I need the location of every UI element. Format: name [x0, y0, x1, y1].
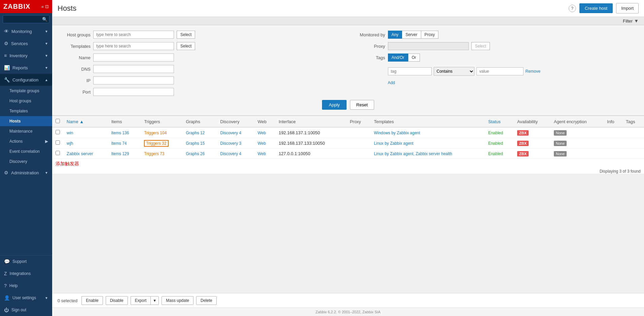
import-button[interactable]: Import: [616, 3, 639, 13]
create-host-button[interactable]: Create host: [579, 3, 613, 13]
sidebar-item-administration[interactable]: ⚙ Administration ▼: [0, 167, 52, 179]
sidebar-item-inventory[interactable]: ≡ Inventory ▼: [0, 49, 52, 62]
disable-button[interactable]: Disable: [106, 296, 128, 305]
template-link-win[interactable]: Windows by Zabbix agent: [374, 131, 420, 135]
dns-input[interactable]: [93, 65, 174, 73]
reports-arrow: ▼: [45, 66, 48, 70]
row-templates-zabbix-server: Linux by Zabbix agent, Zabbix server hea…: [370, 148, 485, 159]
selected-count: 0 selected: [58, 298, 77, 303]
template-link-zabbix-server[interactable]: Linux by Zabbix agent, Zabbix server hea…: [374, 151, 452, 156]
export-button[interactable]: Export: [131, 296, 151, 305]
filter-icon[interactable]: ▼: [634, 18, 639, 24]
enable-button[interactable]: Enable: [81, 296, 103, 305]
monitored-proxy-button[interactable]: Proxy: [421, 31, 439, 39]
row-web-win: Web: [254, 127, 275, 138]
delete-button[interactable]: Delete: [196, 296, 217, 305]
services-icon: ⚙: [4, 41, 8, 46]
graphs-link-win[interactable]: Graphs 12: [186, 131, 205, 135]
sidebar-item-integrations[interactable]: Z Integrations: [0, 268, 52, 280]
graphs-link-zabbix-server[interactable]: Graphs 26: [186, 151, 205, 156]
sidebar-item-configuration[interactable]: 🔧 Configuration ▲: [0, 74, 52, 86]
templates-select-button[interactable]: Select: [177, 42, 195, 50]
sidebar-item-user-settings[interactable]: 👤 User settings ▼: [0, 292, 52, 304]
host-link-zabbix-server[interactable]: Zabbix server: [67, 151, 93, 156]
sidebar-item-discovery[interactable]: Discovery: [0, 156, 52, 167]
sidebar-item-monitoring[interactable]: 👁 Monitoring ▼: [0, 25, 52, 37]
tag-value-input[interactable]: [476, 67, 524, 75]
export-dropdown-button[interactable]: ▼: [150, 296, 159, 305]
sidebar-item-event-correlation[interactable]: Event correlation: [0, 146, 52, 156]
ip-field: IP: [60, 76, 342, 84]
items-link-zabbix-server[interactable]: Items 129: [111, 151, 129, 156]
sidebar-item-sign-out[interactable]: ⏻ Sign out: [0, 304, 52, 316]
tag-name-input[interactable]: [388, 67, 432, 75]
monitored-server-button[interactable]: Server: [402, 31, 421, 39]
table-header-proxy: Proxy: [347, 116, 371, 128]
graphs-link-wjh[interactable]: Graphs 15: [186, 141, 205, 146]
host-groups-input[interactable]: [93, 31, 174, 39]
sidebar-item-actions[interactable]: Actions ▶: [0, 136, 52, 146]
web-link-win[interactable]: Web: [258, 131, 266, 135]
table-header-status[interactable]: Status: [485, 116, 514, 128]
template-link-wjh[interactable]: Linux by Zabbix agent: [374, 141, 413, 146]
name-field: Name: [60, 54, 342, 62]
help-button[interactable]: ?: [569, 5, 576, 12]
row-discovery-wjh: Discovery 3: [217, 138, 254, 148]
logo-text: ZABBIX: [3, 3, 30, 10]
templates-input[interactable]: [93, 42, 174, 50]
filter-row-1: Host groups Select Templates Select Name: [60, 31, 636, 96]
sidebar-item-reports[interactable]: 📊 Reports ▼: [0, 62, 52, 74]
filter-label: Filter: [623, 19, 633, 24]
sidebar-item-help[interactable]: ? Help: [0, 280, 52, 292]
services-label: Services: [11, 41, 28, 46]
triggers-link-wjh[interactable]: Triggers 32: [144, 140, 168, 147]
host-groups-select-button[interactable]: Select: [177, 31, 195, 39]
row-name-win: win: [63, 127, 108, 138]
expand-icon[interactable]: ⊡: [45, 4, 49, 9]
row-encryption-zabbix-server: None: [550, 148, 604, 159]
sidebar-item-hosts[interactable]: Hosts: [0, 116, 52, 126]
name-input[interactable]: [93, 54, 174, 62]
web-link-wjh[interactable]: Web: [258, 141, 266, 146]
sidebar-item-host-groups[interactable]: Host groups: [0, 96, 52, 106]
remove-tag-link[interactable]: Remove: [526, 69, 541, 74]
discovery-link-wjh[interactable]: Discovery 3: [220, 141, 242, 146]
sidebar-item-support[interactable]: 💬 Support: [0, 255, 52, 268]
triggers-link-win[interactable]: Triggers 104: [144, 131, 167, 135]
row-checkbox-win: [52, 127, 63, 138]
monitored-any-button[interactable]: Any: [388, 31, 402, 39]
port-input[interactable]: [93, 88, 174, 96]
proxy-select-button[interactable]: Select: [471, 42, 490, 50]
export-wrap: Export ▼: [131, 296, 159, 305]
collapse-icon[interactable]: «: [41, 4, 44, 9]
items-link-wjh[interactable]: Items 74: [111, 141, 127, 146]
tag-or-button[interactable]: Or: [408, 54, 420, 62]
sidebar-item-template-groups[interactable]: Template groups: [0, 86, 52, 96]
host-link-wjh[interactable]: wjh: [67, 141, 73, 146]
admin-arrow: ▼: [45, 171, 48, 175]
row-select-wjh[interactable]: [56, 140, 60, 145]
table-header-name[interactable]: Name ▲: [63, 116, 108, 128]
web-link-zabbix-server[interactable]: Web: [258, 151, 266, 156]
reset-button[interactable]: Reset: [350, 100, 374, 110]
table-header-triggers: Triggers: [141, 116, 182, 128]
discovery-link-win[interactable]: Discovery 4: [220, 131, 242, 135]
apply-button[interactable]: Apply: [322, 100, 347, 110]
select-all-checkbox[interactable]: [56, 119, 60, 123]
tag-contains-select[interactable]: Contains Equals Does not contain Does no…: [434, 67, 474, 76]
mass-update-button[interactable]: Mass update: [162, 296, 193, 305]
tag-and-or-button[interactable]: And/Or: [388, 54, 408, 62]
row-select-zabbix-server[interactable]: [56, 151, 60, 155]
row-select-win[interactable]: [56, 130, 60, 134]
discovery-link-zabbix-server[interactable]: Discovery 4: [220, 151, 242, 156]
table-header-discovery: Discovery: [217, 116, 254, 128]
sidebar-item-services[interactable]: ⚙ Services ▼: [0, 37, 52, 49]
proxy-input[interactable]: [388, 42, 469, 50]
host-link-win[interactable]: win: [67, 130, 73, 135]
items-link-win[interactable]: Items 136: [111, 131, 129, 135]
add-tag-link[interactable]: Add: [388, 80, 636, 85]
triggers-link-zabbix-server[interactable]: Triggers 73: [144, 151, 164, 156]
sidebar-item-templates[interactable]: Templates: [0, 106, 52, 116]
sidebar-item-maintenance[interactable]: Maintenance: [0, 126, 52, 136]
ip-input[interactable]: [93, 76, 174, 84]
